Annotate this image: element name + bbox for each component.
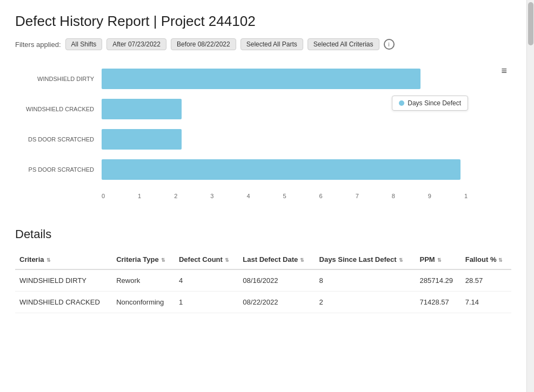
table-cell-days_since: 8 — [315, 269, 416, 292]
details-section: Details Criteria⇅Criteria Type⇅Defect Co… — [15, 227, 511, 313]
table-header-cell[interactable]: Defect Count⇅ — [175, 250, 238, 269]
x-tick: 4 — [246, 193, 283, 199]
page-title: Defect History Report | Project 244102 — [15, 13, 511, 30]
filter-badge-shifts[interactable]: All Shifts — [65, 38, 103, 50]
table-cell-defect_count: 1 — [175, 292, 238, 313]
table-cell-defect_count: 4 — [175, 269, 238, 292]
x-tick: 8 — [392, 193, 428, 199]
table-header-cell[interactable]: PPM⇅ — [416, 250, 461, 269]
table-cell-criteria: WINDSHIELD DIRTY — [15, 269, 112, 292]
x-axis: 01234567891 — [102, 190, 500, 199]
filter-badge-parts[interactable]: Selected All Parts — [241, 38, 303, 50]
x-tick: 0 — [102, 193, 138, 199]
details-table: Criteria⇅Criteria Type⇅Defect Count⇅Last… — [15, 250, 511, 313]
bar-track — [102, 159, 500, 180]
filters-label: Filters applied: — [15, 40, 61, 49]
table-header-row: Criteria⇅Criteria Type⇅Defect Count⇅Last… — [15, 250, 511, 269]
table-header-cell[interactable]: Criteria Type⇅ — [112, 250, 175, 269]
chart-container: Days Since Defect WINDSHIELD DIRTYWINDSH… — [15, 63, 511, 210]
x-tick: 6 — [319, 193, 356, 199]
table-cell-criteria_type: Nonconforming — [112, 292, 175, 313]
table-cell-days_since: 2 — [315, 292, 416, 313]
x-tick: 5 — [283, 193, 319, 199]
table-header-cell[interactable]: Criteria⇅ — [15, 250, 112, 269]
x-tick: 9 — [428, 193, 464, 199]
table-cell-ppm: 285714.29 — [416, 269, 461, 292]
filters-row: Filters applied: All Shifts After 07/23/… — [15, 38, 511, 50]
details-title: Details — [15, 227, 511, 241]
bar-fill — [102, 129, 182, 150]
table-cell-last_defect_date: 08/22/2022 — [238, 292, 315, 313]
table-row: WINDSHIELD CRACKEDNonconforming108/22/20… — [15, 292, 511, 313]
bar-track — [102, 129, 500, 150]
x-tick: 2 — [174, 193, 210, 199]
bar-label: DS DOOR SCRATCHED — [21, 136, 102, 143]
x-tick: 1 — [464, 193, 500, 199]
chart-legend: Days Since Defect — [392, 96, 468, 111]
table-row: WINDSHIELD DIRTYRework408/16/20228285714… — [15, 269, 511, 292]
table-cell-criteria_type: Rework — [112, 269, 175, 292]
x-tick: 3 — [210, 193, 246, 199]
bar-label: PS DOOR SCRATCHED — [21, 166, 102, 173]
bar-label: WINDSHIELD DIRTY — [21, 76, 102, 82]
chart-section: ≡ Days Since Defect WINDSHIELD DIRTYWIND… — [15, 63, 511, 210]
table-cell-last_defect_date: 08/16/2022 — [238, 269, 315, 292]
table-cell-fallout: 28.57 — [461, 269, 511, 292]
table-cell-criteria: WINDSHIELD CRACKED — [15, 292, 112, 313]
x-tick: 1 — [138, 193, 174, 199]
legend-dot — [399, 100, 404, 106]
bar-fill — [102, 69, 420, 89]
bar-track — [102, 69, 500, 89]
bar-label: WINDSHIELD CRACKED — [21, 106, 102, 112]
filter-badge-before[interactable]: Before 08/22/2022 — [171, 38, 236, 50]
bar-fill — [102, 159, 460, 180]
bar-row: WINDSHIELD DIRTY — [21, 69, 500, 89]
table-cell-ppm: 71428.57 — [416, 292, 461, 313]
bar-fill — [102, 99, 182, 119]
filter-badge-after[interactable]: After 07/23/2022 — [106, 38, 166, 50]
scrollbar[interactable] — [526, 0, 534, 392]
table-header-cell[interactable]: Last Defect Date⇅ — [238, 250, 315, 269]
table-header-cell[interactable]: Fallout %⇅ — [461, 250, 511, 269]
bar-row: PS DOOR SCRATCHED — [21, 159, 500, 180]
info-icon[interactable]: i — [384, 39, 395, 50]
bar-row: DS DOOR SCRATCHED — [21, 129, 500, 150]
table-header-cell[interactable]: Days Since Last Defect⇅ — [315, 250, 416, 269]
legend-label: Days Since Defect — [408, 99, 461, 107]
chart-bars: WINDSHIELD DIRTYWINDSHIELD CRACKEDDS DOO… — [21, 69, 500, 190]
filter-badge-criterias[interactable]: Selected All Criterias — [308, 38, 379, 50]
x-tick: 7 — [356, 193, 392, 199]
table-cell-fallout: 7.14 — [461, 292, 511, 313]
scrollbar-thumb[interactable] — [528, 2, 533, 45]
